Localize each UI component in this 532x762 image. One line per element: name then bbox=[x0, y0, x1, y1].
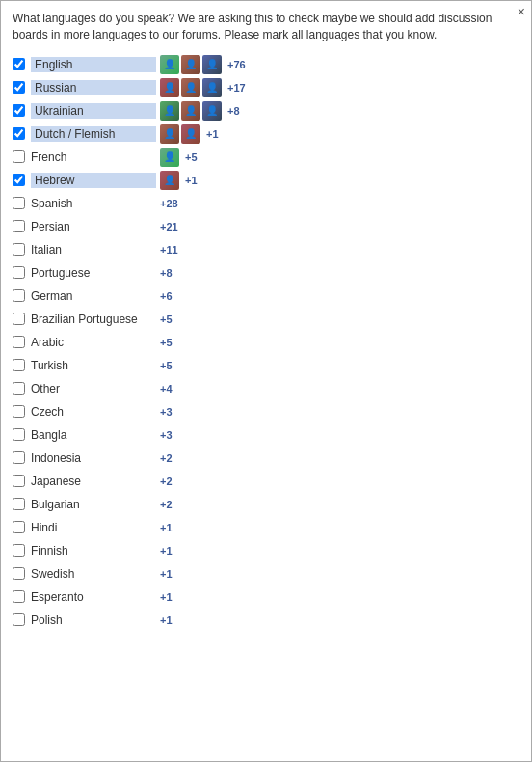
vote-count: +5 bbox=[160, 313, 173, 325]
checkbox-portuguese[interactable] bbox=[13, 266, 25, 279]
lang-label-german: German bbox=[31, 289, 156, 303]
checkbox-french[interactable] bbox=[13, 150, 25, 163]
vote-count: +8 bbox=[227, 105, 240, 117]
list-item: Brazilian Portuguese+5 bbox=[13, 308, 519, 331]
avatar: 👤 bbox=[160, 148, 179, 167]
list-item: Dutch / Flemish👤👤+1 bbox=[13, 122, 519, 146]
list-item: Italian+11 bbox=[13, 238, 519, 261]
checkbox-turkish[interactable] bbox=[13, 359, 25, 371]
vote-count: +3 bbox=[160, 429, 173, 441]
avatar-group: 👤 bbox=[160, 171, 181, 190]
checkbox-italian[interactable] bbox=[13, 243, 25, 256]
vote-count: +21 bbox=[160, 221, 178, 232]
vote-count: +1 bbox=[185, 175, 198, 186]
checkbox-esperanto[interactable] bbox=[13, 590, 25, 603]
checkbox-hebrew[interactable] bbox=[13, 174, 25, 186]
lang-label-hindi: Hindi bbox=[31, 521, 156, 534]
avatar-group: 👤👤👤 bbox=[160, 101, 224, 121]
vote-count: +1 bbox=[160, 614, 173, 626]
avatar: 👤 bbox=[202, 78, 222, 97]
avatar-group: 👤👤👤 bbox=[160, 55, 224, 74]
vote-count: +4 bbox=[160, 383, 173, 395]
list-item: Spanish+28 bbox=[13, 192, 519, 215]
checkbox-ukrainian[interactable] bbox=[13, 104, 25, 117]
vote-count: +2 bbox=[160, 452, 173, 464]
list-item: Hebrew👤+1 bbox=[13, 169, 519, 192]
vote-count: +11 bbox=[160, 244, 178, 256]
list-item: Czech+3 bbox=[13, 400, 519, 423]
checkbox-german[interactable] bbox=[13, 289, 25, 302]
lang-label-czech: Czech bbox=[31, 405, 156, 419]
avatar: 👤 bbox=[181, 55, 200, 74]
lang-label-finnish: Finnish bbox=[31, 544, 156, 558]
vote-count: +5 bbox=[160, 337, 173, 348]
lang-label-ukrainian: Ukrainian bbox=[31, 103, 156, 119]
checkbox-spanish[interactable] bbox=[13, 197, 25, 209]
vote-count: +2 bbox=[160, 499, 173, 510]
avatar: 👤 bbox=[181, 124, 200, 144]
avatar-group: 👤👤👤 bbox=[160, 78, 224, 97]
close-button[interactable]: × bbox=[518, 5, 525, 18]
checkbox-other[interactable] bbox=[13, 382, 25, 395]
lang-label-hebrew: Hebrew bbox=[31, 173, 156, 188]
checkbox-english[interactable] bbox=[13, 58, 25, 70]
checkbox-persian[interactable] bbox=[13, 220, 25, 232]
list-item: Bulgarian+2 bbox=[13, 493, 519, 516]
lang-label-bangla: Bangla bbox=[31, 428, 156, 442]
list-item: Polish+1 bbox=[13, 609, 519, 632]
vote-count: +1 bbox=[160, 522, 173, 533]
lang-label-russian: Russian bbox=[31, 80, 156, 95]
checkbox-polish[interactable] bbox=[13, 613, 25, 626]
vote-count: +1 bbox=[160, 568, 173, 580]
lang-label-japanese: Japanese bbox=[31, 475, 156, 488]
lang-label-bulgarian: Bulgarian bbox=[31, 498, 156, 511]
avatar: 👤 bbox=[160, 55, 179, 74]
lang-label-italian: Italian bbox=[31, 243, 156, 257]
checkbox-czech[interactable] bbox=[13, 405, 25, 418]
list-item: Arabic+5 bbox=[13, 331, 519, 354]
list-item: Bangla+3 bbox=[13, 423, 519, 447]
list-item: Turkish+5 bbox=[13, 354, 519, 377]
vote-count: +6 bbox=[160, 290, 173, 302]
lang-label-turkish: Turkish bbox=[31, 359, 156, 372]
checkbox-brazilian[interactable] bbox=[13, 313, 25, 325]
list-item: Indonesia+2 bbox=[13, 447, 519, 470]
language-list: English👤👤👤+76Russian👤👤👤+17Ukrainian👤👤👤+8… bbox=[13, 53, 519, 632]
lang-label-other: Other bbox=[31, 382, 156, 395]
vote-count: +1 bbox=[206, 128, 219, 140]
checkbox-dutch[interactable] bbox=[13, 127, 25, 140]
avatar: 👤 bbox=[160, 78, 179, 97]
checkbox-russian[interactable] bbox=[13, 81, 25, 94]
checkbox-indonesia[interactable] bbox=[13, 451, 25, 464]
lang-label-indonesia: Indonesia bbox=[31, 451, 156, 465]
checkbox-swedish[interactable] bbox=[13, 567, 25, 580]
checkbox-japanese[interactable] bbox=[13, 475, 25, 487]
list-item: English👤👤👤+76 bbox=[13, 53, 519, 76]
lang-label-brazilian: Brazilian Portuguese bbox=[31, 313, 156, 326]
avatar: 👤 bbox=[160, 171, 179, 190]
vote-count: +17 bbox=[227, 82, 246, 94]
list-item: Japanese+2 bbox=[13, 470, 519, 493]
lang-label-dutch: Dutch / Flemish bbox=[31, 126, 156, 142]
vote-count: +5 bbox=[160, 360, 173, 371]
lang-label-portuguese: Portuguese bbox=[31, 266, 156, 280]
checkbox-bulgarian[interactable] bbox=[13, 498, 25, 510]
vote-count: +28 bbox=[160, 198, 178, 209]
checkbox-bangla[interactable] bbox=[13, 428, 25, 441]
list-item: German+6 bbox=[13, 285, 519, 308]
lang-label-swedish: Swedish bbox=[31, 567, 156, 581]
lang-label-french: French bbox=[31, 150, 156, 164]
lang-label-polish: Polish bbox=[31, 613, 156, 627]
list-item: Portuguese+8 bbox=[13, 261, 519, 285]
checkbox-arabic[interactable] bbox=[13, 336, 25, 348]
list-item: Esperanto+1 bbox=[13, 585, 519, 609]
lang-label-arabic: Arabic bbox=[31, 336, 156, 349]
list-item: Other+4 bbox=[13, 377, 519, 400]
vote-count: +76 bbox=[227, 59, 246, 70]
avatar: 👤 bbox=[160, 101, 179, 121]
checkbox-hindi[interactable] bbox=[13, 521, 25, 533]
vote-count: +2 bbox=[160, 476, 173, 487]
vote-count: +1 bbox=[160, 545, 173, 557]
checkbox-finnish[interactable] bbox=[13, 544, 25, 557]
lang-label-english: English bbox=[31, 57, 156, 72]
